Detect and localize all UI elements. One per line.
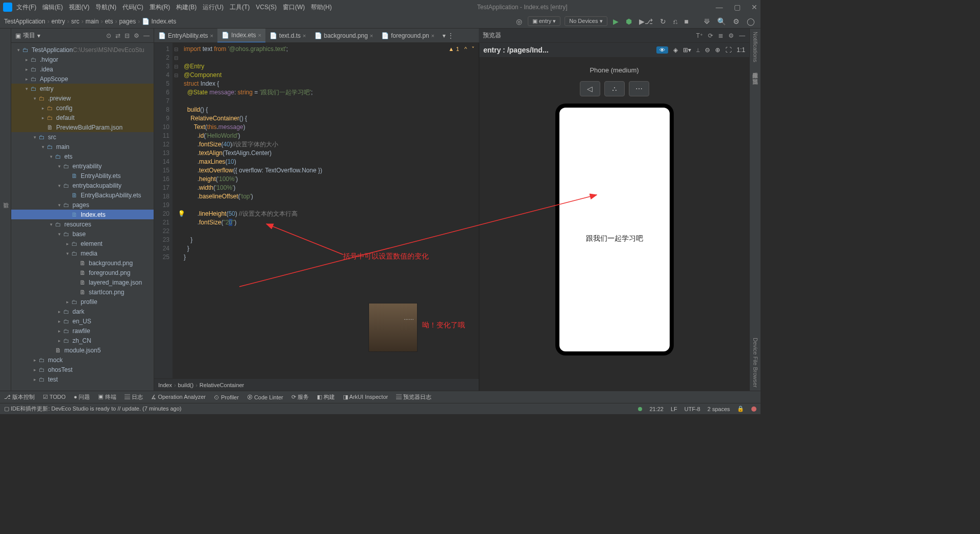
chevron-icon[interactable]: ▾ — [40, 144, 46, 149]
code-line[interactable]: } — [184, 253, 475, 262]
code-line[interactable]: struct Index { — [184, 80, 475, 88]
right-tab-device-file[interactable]: Device File Browser — [751, 335, 760, 391]
code-line[interactable]: @Component — [184, 71, 475, 80]
sidebar-gear-icon[interactable]: ⚙ — [134, 32, 139, 39]
status-indent[interactable]: 2 spaces — [707, 406, 730, 412]
module-selector[interactable]: ▣ entry ▾ — [528, 16, 561, 26]
menu-item[interactable]: 重构(R) — [150, 4, 170, 11]
breadcrumb-item[interactable]: main — [85, 18, 99, 25]
chevron-icon[interactable]: ▾ — [64, 251, 70, 256]
editor-crumb-item[interactable]: build() — [178, 382, 194, 388]
bottom-tool[interactable]: ▤ 日志 — [125, 393, 143, 401]
layers-icon[interactable]: ◈ — [673, 46, 678, 54]
tree-item[interactable]: 🗎EntryBackupAbility.ets — [11, 190, 154, 200]
code-content[interactable]: ▲ 1 ^ ˅ import text from '@ohos.graphics… — [180, 43, 479, 378]
tree-item[interactable]: 🗎foreground.png — [11, 268, 154, 277]
update-icon[interactable]: ⟱ — [702, 17, 712, 26]
project-tree[interactable]: ▾🗀TestApplication C:\Users\MSN\DevEcoStu… — [11, 43, 154, 391]
close-icon[interactable]: × — [431, 33, 434, 39]
code-line[interactable] — [184, 227, 475, 236]
code-line[interactable]: .lineHeight(50) //设置文本的文本行高💡 — [184, 210, 475, 218]
bottom-tool[interactable]: ⟳ 服务 — [291, 393, 309, 401]
crop-icon[interactable]: ⟂ — [696, 46, 700, 54]
inspection-warning[interactable]: ▲ 1 ^ ˅ — [449, 45, 475, 54]
zoom-in-icon[interactable]: ⊕ — [715, 46, 720, 54]
tree-item[interactable]: ▾🗀pages — [11, 200, 154, 210]
tree-item[interactable]: ▾🗀src — [11, 132, 154, 142]
tree-item[interactable]: ▸🗀.hvigor — [11, 55, 154, 64]
target-icon[interactable]: ◎ — [514, 17, 524, 26]
bottom-tool[interactable]: ▤ 预览器日志 — [396, 393, 431, 401]
chevron-icon[interactable]: ▸ — [40, 115, 46, 120]
bottom-tool[interactable]: ⦿ Code Linter — [247, 394, 283, 400]
code-line[interactable]: Text(this.message) — [184, 123, 475, 132]
preview-gear-icon[interactable]: ⚙ — [728, 32, 734, 39]
hide-icon[interactable]: — — [143, 32, 150, 39]
bottom-tool[interactable]: ⎇ 版本控制 — [4, 393, 35, 401]
ratio-icon[interactable]: 1:1 — [737, 46, 745, 54]
tree-item[interactable]: ▸🗀default — [11, 113, 154, 122]
left-tab-project[interactable]: 项目 — [1, 209, 11, 215]
tree-item[interactable]: ▸🗀config — [11, 103, 154, 113]
run-icon[interactable]: ▶ — [611, 17, 620, 26]
tree-item[interactable]: 🗎PreviewBuildParam.json — [11, 122, 154, 132]
stop-icon[interactable]: ■ — [683, 17, 690, 26]
tree-item[interactable]: 🗎Index.ets — [11, 210, 154, 219]
menu-item[interactable]: 运行(U) — [203, 4, 224, 11]
chevron-icon[interactable]: ▸ — [56, 328, 62, 334]
code-line[interactable]: .textOverflow({ overflow: TextOverflow.N… — [184, 166, 475, 175]
close-icon[interactable]: × — [210, 33, 213, 39]
menu-item[interactable]: 窗口(W) — [283, 4, 305, 11]
tree-item[interactable]: ▾🗀.preview — [11, 93, 154, 103]
menu-item[interactable]: 帮助(H) — [311, 4, 332, 11]
chevron-icon[interactable]: ▾ — [56, 164, 62, 169]
chevron-icon[interactable]: ▸ — [32, 367, 38, 372]
refresh-icon[interactable]: ⟳ — [708, 32, 713, 39]
menu-item[interactable]: VCS(S) — [256, 4, 277, 11]
menu-item[interactable]: 代码(C) — [122, 4, 143, 11]
grid-icon[interactable]: ⊞▾ — [683, 46, 691, 54]
code-line[interactable]: build() { — [184, 106, 475, 114]
chevron-icon[interactable]: ▸ — [23, 67, 30, 72]
restart-icon[interactable]: ↻ — [658, 17, 668, 26]
menu-item[interactable]: 构建(B) — [176, 4, 197, 11]
debug-icon[interactable]: ⬢ — [624, 17, 633, 26]
dropdown-icon[interactable]: ▾ — [37, 32, 40, 39]
minimize-icon[interactable]: — — [716, 3, 723, 11]
prev-device-icon[interactable]: ◁ — [580, 81, 600, 96]
editor-body[interactable]: 1234567891011121314151617181920212223242… — [154, 43, 479, 378]
zoom-out-icon[interactable]: ⊖ — [705, 46, 710, 54]
tree-item[interactable]: 🗎layered_image.json — [11, 277, 154, 287]
coverage-icon[interactable]: ▶⎇ — [638, 17, 654, 26]
code-line[interactable]: .id('HelloWorld') — [184, 132, 475, 140]
more-tabs-icon[interactable]: ▾ — [443, 32, 446, 39]
close-icon[interactable]: × — [370, 33, 373, 39]
tab-list-icon[interactable]: ⋮ — [448, 32, 454, 39]
preview-book-icon[interactable]: ≣ — [718, 32, 723, 39]
bottom-tool[interactable]: ☑ TODO — [43, 394, 65, 400]
breadcrumb-item[interactable]: pages — [119, 18, 136, 25]
breadcrumb-item[interactable]: ets — [105, 18, 113, 25]
code-line[interactable]: } — [184, 244, 475, 253]
tree-item[interactable]: 🗎module.json5 — [11, 345, 154, 355]
tree-item[interactable]: ▾🗀main — [11, 142, 154, 151]
tree-item[interactable]: ▸🗀AppScope — [11, 74, 154, 84]
code-line[interactable] — [184, 97, 475, 106]
chevron-icon[interactable]: ▸ — [32, 377, 38, 382]
status-red-dot[interactable] — [751, 406, 756, 412]
bottom-tool[interactable]: ◨ ArkUI Inspector — [343, 394, 388, 400]
bottom-tool[interactable]: ⏲ Profiler — [214, 394, 239, 400]
chevron-icon[interactable]: ▾ — [48, 222, 54, 227]
bottom-tool[interactable]: ◧ 构建 — [317, 393, 335, 401]
chevron-icon[interactable]: ▾ — [56, 183, 62, 188]
flatten-icon[interactable]: ⇄ — [115, 32, 120, 39]
chevron-icon[interactable]: ▾ — [48, 154, 54, 159]
tree-item[interactable]: ▸🗀dark — [11, 307, 154, 316]
breadcrumb-item[interactable]: entry — [52, 18, 65, 25]
tree-item[interactable]: ▾🗀entrybackupability — [11, 181, 154, 190]
bottom-tool[interactable]: ∡ Operation Analyzer — [151, 394, 206, 400]
tree-item[interactable]: ▸🗀mock — [11, 355, 154, 365]
code-line[interactable]: .width('100%') — [184, 184, 475, 192]
chevron-icon[interactable]: ▾ — [56, 202, 62, 208]
locate-icon[interactable]: ⊙ — [106, 32, 111, 39]
